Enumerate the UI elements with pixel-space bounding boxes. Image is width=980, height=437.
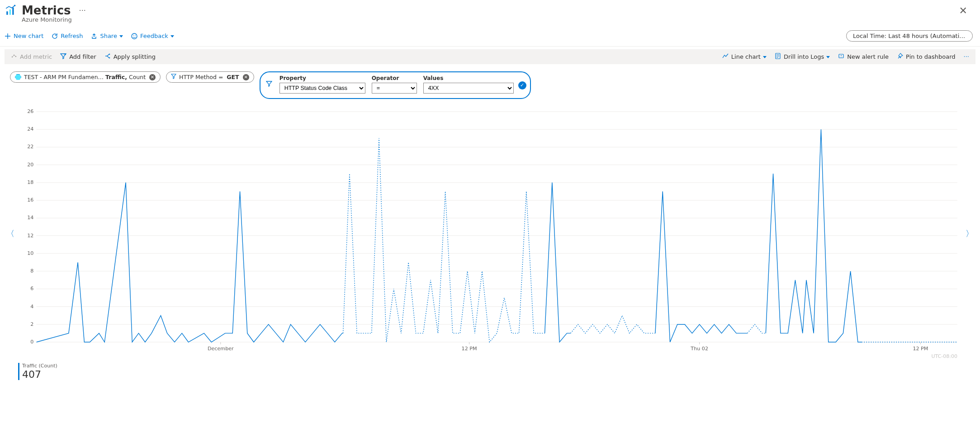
drill-into-logs-button[interactable]: Drill into Logs [775, 53, 830, 61]
svg-text:12 PM: 12 PM [913, 346, 928, 352]
splitting-icon [104, 53, 111, 61]
filter-property-text: HTTP Method [179, 74, 217, 80]
svg-text:12: 12 [27, 233, 33, 239]
add-filter-label: Add filter [69, 53, 96, 60]
alert-icon [838, 53, 844, 61]
timezone-label: UTC-08:00 [932, 353, 957, 359]
page-header: Metrics ··· ✕ [0, 0, 980, 17]
apply-splitting-label: Apply splitting [114, 53, 156, 60]
svg-text:26: 26 [27, 108, 33, 114]
property-label: Property [279, 75, 365, 81]
legend-item-traffic[interactable]: Traffic (Count) 407 [18, 363, 57, 380]
add-metric-label: Add metric [20, 53, 52, 60]
chart-type-label: Line chart [731, 53, 761, 60]
svg-text:2: 2 [30, 321, 33, 327]
filter-icon [266, 80, 272, 88]
add-metric-icon [11, 53, 17, 61]
svg-point-4 [132, 33, 137, 39]
new-alert-rule-button[interactable]: New alert rule [838, 53, 889, 61]
close-button[interactable]: ✕ [959, 5, 973, 16]
resource-icon [15, 74, 21, 80]
chevron-down-icon [117, 33, 123, 39]
new-chart-label: New chart [14, 33, 43, 39]
legend-value: 407 [22, 369, 57, 380]
drill-logs-label: Drill into Logs [784, 53, 824, 60]
pin-icon [897, 53, 903, 61]
remove-filter-button[interactable]: ✕ [243, 74, 249, 80]
svg-point-3 [14, 5, 15, 6]
refresh-button[interactable]: Refresh [52, 33, 83, 39]
values-select[interactable]: 4XX [423, 83, 514, 94]
metrics-line-chart[interactable]: 02468101214161820222426December12 PMThu … [18, 107, 962, 360]
scope-text: TEST - ARM PM Fundamen… [24, 74, 104, 80]
svg-text:10: 10 [27, 250, 33, 256]
svg-rect-2 [12, 8, 14, 15]
chart-type-selector[interactable]: Line chart [722, 53, 767, 61]
page-title: Metrics [22, 4, 71, 17]
operator-label: Operator [372, 75, 417, 81]
svg-point-11 [109, 57, 110, 59]
more-actions-button[interactable]: ··· [76, 6, 89, 15]
page-subtitle: Azure Monitoring [22, 16, 980, 27]
feedback-label: Feedback [140, 33, 168, 39]
svg-text:6: 6 [30, 286, 33, 291]
new-alert-label: New alert rule [847, 53, 889, 60]
svg-text:12 PM: 12 PM [462, 346, 477, 352]
svg-text:4: 4 [30, 304, 33, 310]
time-range-selector[interactable]: Local Time: Last 48 hours (Automatic - 1… [846, 30, 973, 42]
svg-point-6 [135, 35, 136, 36]
chart-area: 〈 〉 02468101214161820222426December12 PM… [5, 107, 975, 360]
legend-label: Traffic (Count) [22, 363, 57, 369]
chevron-down-icon [168, 33, 174, 39]
metric-name-text: Traffic, [105, 74, 127, 80]
remove-metric-button[interactable]: ✕ [149, 74, 156, 80]
svg-text:Thu 02: Thu 02 [690, 346, 708, 352]
apply-filter-button[interactable]: ✓ [518, 81, 526, 89]
metrics-icon [5, 4, 17, 17]
logs-icon [775, 53, 781, 61]
filter-op-text: = [218, 74, 223, 80]
filter-icon [171, 74, 176, 80]
feedback-button[interactable]: Feedback [131, 33, 174, 39]
pin-dashboard-label: Pin to dashboard [906, 53, 956, 60]
svg-text:20: 20 [27, 162, 33, 168]
svg-text:14: 14 [27, 215, 33, 221]
operator-select[interactable]: = [372, 83, 417, 94]
metric-pills-row: TEST - ARM PM Fundamen… Traffic, Count ✕… [0, 64, 980, 103]
chevron-down-icon [761, 53, 767, 60]
metric-scope-pill[interactable]: TEST - ARM PM Fundamen… Traffic, Count ✕ [10, 71, 161, 83]
more-chart-options-button[interactable]: ··· [964, 53, 969, 60]
svg-rect-0 [6, 11, 8, 15]
svg-point-10 [109, 54, 110, 55]
svg-text:16: 16 [27, 197, 33, 203]
svg-text:December: December [208, 346, 234, 352]
filter-editor: Property HTTP Status Code Class Operator… [260, 71, 531, 99]
chart-toolbar: Add metric Add filter Apply splitting Li… [5, 49, 975, 64]
apply-splitting-button[interactable]: Apply splitting [104, 53, 156, 61]
add-filter-button[interactable]: Add filter [60, 53, 96, 61]
new-chart-button[interactable]: New chart [5, 33, 43, 39]
pin-to-dashboard-button[interactable]: Pin to dashboard [897, 53, 956, 61]
chevron-down-icon [824, 53, 830, 60]
share-label: Share [100, 33, 117, 39]
svg-rect-1 [9, 9, 11, 15]
svg-text:22: 22 [27, 144, 33, 150]
line-chart-icon [722, 53, 729, 61]
next-timerange-button[interactable]: 〉 [961, 224, 978, 244]
prev-timerange-button[interactable]: 〈 [2, 224, 19, 244]
share-button[interactable]: Share [91, 33, 123, 39]
svg-point-5 [133, 35, 134, 36]
svg-text:0: 0 [30, 339, 33, 345]
main-toolbar: New chart Refresh Share Feedback Local T… [0, 27, 980, 47]
values-label: Values [423, 75, 514, 81]
filter-pill-http-method[interactable]: HTTP Method = GET ✕ [166, 71, 254, 83]
svg-text:18: 18 [27, 179, 33, 185]
filter-value-text: GET [227, 74, 239, 80]
chart-legend: Traffic (Count) 407 [18, 363, 980, 380]
property-select[interactable]: HTTP Status Code Class [279, 83, 365, 94]
filter-icon [60, 53, 66, 61]
svg-text:24: 24 [27, 126, 33, 132]
add-metric-button[interactable]: Add metric [11, 53, 52, 61]
aggregation-text: Count [129, 74, 146, 80]
refresh-label: Refresh [61, 33, 83, 39]
